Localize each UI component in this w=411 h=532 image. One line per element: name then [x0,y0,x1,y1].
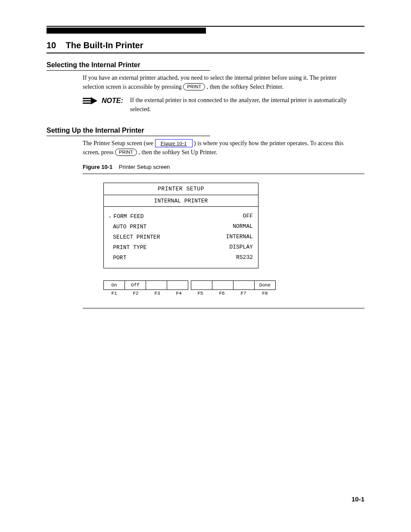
panel-row-label: SELECT PRINTER [109,233,160,240]
softkey: On [103,280,125,290]
softkey-labels: F1F2F3F4F5F6F7F8 [103,291,276,296]
panel-row: AUTO PRINTNORMAL [109,221,253,232]
panel-row-value: INTERNAL [226,233,253,240]
panel-row-label: PORT [109,254,126,261]
setup-paragraph: The Printer Setup screen (see Figure 10-… [83,139,359,157]
svg-rect-2 [83,103,91,104]
softkey-label: F3 [146,291,168,296]
panel-row: ›FORM FEEDOFF [109,211,253,221]
panel-row-label: PRINT TYPE [109,244,146,251]
panel-title: PRINTER SETUP [104,183,258,195]
svg-rect-1 [83,100,91,102]
softkey: Off [125,280,146,290]
figure-caption-text: Printer Setup screen [119,164,170,170]
panel-row-label: AUTO PRINT [109,223,146,230]
section-title-setup: Setting Up the Internal Printer [47,127,210,136]
panel-row-label: ›FORM FEED [109,213,144,220]
softkey [191,280,212,290]
softkey [146,280,167,290]
softkey-label: F2 [125,291,146,296]
softkey [234,280,255,290]
softkey-label: F7 [233,291,254,296]
panel-row-value: NORMAL [233,223,253,230]
section-title-selecting: Selecting the Internal Printer [47,61,210,71]
page-number: 10-1 [352,495,364,503]
panel-subtitle: INTERNAL PRINTER [104,195,258,207]
panel-row: PORTRS232 [109,252,253,263]
panel-row-value: RS232 [236,254,253,261]
figure-link[interactable]: Figure 10-1 [155,139,193,147]
softkey [212,280,234,290]
text-run: , then the softkey Set Up Printer. [139,149,218,156]
header-black-bar [47,28,206,34]
softkey: Done [255,280,276,290]
text-run: The Printer Setup screen (see [83,140,155,146]
print-button-glyph: PRINT [115,149,137,156]
softkey-label: F6 [211,291,233,296]
figure-caption: Figure 10-1 Printer Setup screen [83,164,364,170]
figure-number: Figure 10-1 [83,164,112,170]
softkey-row: OnOffDone [103,280,276,290]
chapter-title: 10 The Built-In Printer [47,40,364,50]
chapter-number: 10 [47,40,56,50]
softkey-label: F4 [168,291,190,296]
text-run: , then the softkey Select Printer. [207,84,283,90]
panel-row-value: DISPLAY [229,244,253,251]
softkey-label: F1 [103,291,125,296]
panel-row: SELECT PRINTERINTERNAL [109,232,253,242]
print-button-glyph: PRINT [183,83,205,90]
note-block: NOTE: If the external printer is not con… [83,96,359,114]
chapter-name: The Built-In Printer [66,40,143,50]
softkey-label: F5 [190,291,211,296]
figure-block: Figure 10-1 Printer Setup screen PRINTER… [83,164,364,308]
note-label: NOTE: [102,96,126,106]
printer-setup-panel: PRINTER SETUP INTERNAL PRINTER ›FORM FEE… [103,183,258,268]
note-text: If the external printer is not connected… [130,96,359,114]
note-arrow-icon [83,97,97,105]
softkey [167,280,188,290]
svg-marker-3 [91,97,97,105]
svg-rect-0 [83,98,91,99]
panel-row-value: OFF [243,213,253,220]
softkey-label: F8 [254,291,276,296]
panel-row: PRINT TYPEDISPLAY [109,242,253,252]
selecting-paragraph: If you have an external printer attached… [83,73,359,91]
